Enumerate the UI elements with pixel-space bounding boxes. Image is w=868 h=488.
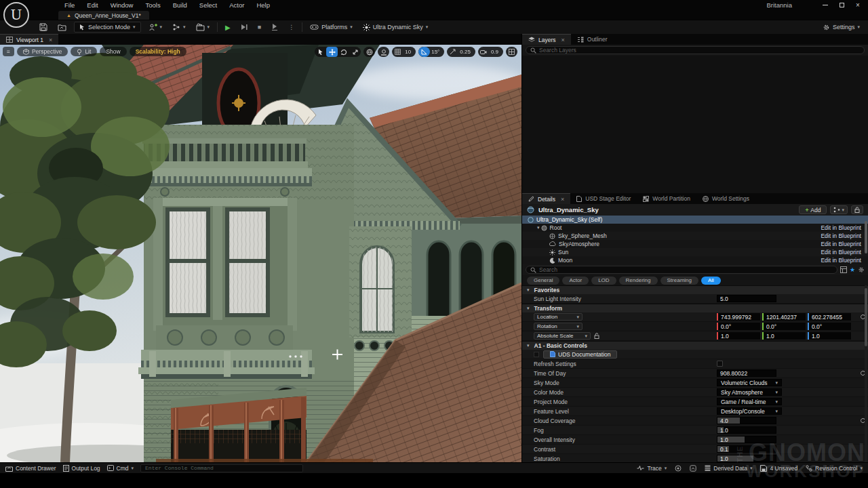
section-favorites[interactable]: ▾ Favorites — [522, 285, 868, 294]
location-x-input[interactable]: 743.999792 — [717, 313, 760, 321]
location-dropdown[interactable]: Location▾ — [534, 313, 583, 321]
unlock-icon[interactable] — [594, 333, 599, 339]
lock-button[interactable] — [851, 205, 863, 214]
contrast-slider[interactable]: 0.1 — [717, 445, 776, 453]
scale-x-input[interactable]: 1.0 — [717, 332, 760, 340]
filter-streaming[interactable]: Streaming — [660, 277, 698, 285]
tab-world-settings[interactable]: World Settings — [696, 193, 755, 204]
layers-search-input[interactable] — [526, 46, 865, 54]
filter-general[interactable]: General — [527, 277, 559, 285]
advance-frame-button[interactable] — [269, 23, 281, 31]
section-basic-controls[interactable]: ▾ A1 - Basic Controls — [522, 341, 868, 350]
edit-in-blueprint-link[interactable]: Edit in Blueprint — [821, 241, 861, 247]
time-of-day-input[interactable]: 908.80022 — [717, 369, 776, 377]
rotation-z-input[interactable]: 0.0° — [808, 323, 851, 330]
color-mode-dropdown[interactable]: Sky Atmosphere▾ — [717, 388, 782, 396]
viewport-canvas[interactable]: ≡ Perspective Lit Show Scalability: High — [0, 45, 521, 462]
stop-button[interactable]: ■ — [255, 23, 264, 31]
add-component-button[interactable]: + Add — [799, 205, 827, 214]
grid-snap-control[interactable]: 10 — [392, 47, 416, 57]
refresh-settings-checkbox[interactable] — [717, 361, 723, 367]
add-actor-button[interactable]: ▾ — [146, 22, 165, 32]
rotation-snap-control[interactable]: 15° — [418, 47, 444, 57]
cloud-coverage-slider[interactable]: 4.0 — [717, 417, 776, 424]
rotation-dropdown[interactable]: Rotation▾ — [534, 323, 583, 330]
tree-row-sky-sphere-mesh[interactable]: Sky_Sphere_Mesh Edit in Blueprint — [522, 232, 868, 240]
derived-data-dropdown[interactable]: Derived Data ▾ — [705, 465, 752, 472]
menu-tools[interactable]: Tools — [139, 1, 166, 9]
feature-level-dropdown[interactable]: Desktop/Console▾ — [717, 407, 782, 415]
expand-arrow-icon[interactable]: ▾ — [537, 225, 540, 230]
edit-in-blueprint-link[interactable]: Edit in Blueprint — [821, 232, 861, 239]
cmd-dropdown[interactable]: Cmd ▾ — [107, 465, 134, 472]
display-options-icon[interactable] — [840, 266, 847, 273]
saturation-slider[interactable]: 1.0 — [717, 455, 776, 462]
menu-actor[interactable]: Actor — [223, 1, 250, 9]
tab-layers[interactable]: Layers × — [522, 34, 571, 45]
sun-light-intensity-input[interactable]: 5.0 — [717, 295, 776, 302]
tree-row-root[interactable]: ▾ Root Edit in Blueprint — [522, 224, 868, 232]
status-icon-b[interactable] — [690, 465, 696, 472]
location-y-input[interactable]: 1201.40237 — [762, 313, 806, 321]
perspective-dropdown[interactable]: Perspective — [17, 47, 68, 56]
unsaved-indicator[interactable]: 4 Unsaved — [760, 465, 797, 472]
close-icon[interactable]: × — [561, 196, 564, 203]
close-button[interactable]: × — [854, 2, 861, 9]
viewport-tab[interactable]: Viewport 1 × — [0, 34, 58, 45]
surface-snap-icon[interactable] — [378, 47, 389, 57]
console-command-input[interactable] — [140, 464, 303, 472]
cinematics-button[interactable]: ▾ — [193, 22, 213, 32]
tree-row-sky-atmosphere[interactable]: SkyAtmosphere Edit in Blueprint — [522, 240, 868, 248]
edit-in-blueprint-link[interactable]: Edit in Blueprint — [821, 257, 861, 264]
menu-edit[interactable]: Edit — [81, 1, 104, 9]
play-button[interactable]: ▶ — [222, 23, 233, 32]
asset-tab-queen-anne-house[interactable]: ▲ Queen_Anne_House_V1* — [58, 11, 149, 20]
menu-select[interactable]: Select — [193, 1, 223, 9]
edit-in-blueprint-link[interactable]: Edit in Blueprint — [821, 224, 861, 231]
details-search-input[interactable] — [526, 266, 837, 274]
revision-control-dropdown[interactable]: Revision Control ▾ — [806, 465, 863, 472]
minimize-button[interactable] — [822, 2, 829, 9]
tab-world-partition[interactable]: World Partition — [637, 193, 696, 204]
rotation-x-input[interactable]: 0.0° — [717, 323, 760, 330]
details-settings-icon[interactable] — [858, 266, 865, 273]
menu-build[interactable]: Build — [167, 1, 193, 9]
tab-outliner[interactable]: Outliner — [571, 34, 614, 45]
sky-mode-dropdown[interactable]: Volumetric Clouds▾ — [717, 379, 782, 386]
filter-all[interactable]: All — [701, 277, 721, 285]
edit-in-blueprint-link[interactable]: Edit in Blueprint — [821, 249, 861, 256]
filter-actor[interactable]: Actor — [562, 277, 589, 285]
scale-z-input[interactable]: 1.0 — [808, 332, 851, 340]
menu-help[interactable]: Help — [250, 1, 276, 9]
scale-tool-icon[interactable] — [349, 47, 361, 57]
section-transform[interactable]: ▾ Transform — [522, 304, 868, 312]
scale-y-input[interactable]: 1.0 — [762, 332, 806, 340]
menu-file[interactable]: File — [58, 1, 81, 9]
favorites-star-icon[interactable]: ★ — [850, 266, 855, 273]
move-tool-icon[interactable] — [326, 47, 338, 57]
tree-scrollbar[interactable] — [865, 221, 867, 253]
maximize-button[interactable] — [838, 2, 845, 9]
properties-scrollbar[interactable] — [865, 288, 867, 346]
overall-intensity-slider[interactable]: 1.0 — [717, 436, 776, 443]
filter-rendering[interactable]: Rendering — [619, 277, 658, 285]
content-browser-icon[interactable] — [55, 22, 69, 32]
content-drawer-button[interactable]: Content Drawer — [5, 465, 56, 472]
show-dropdown[interactable]: Show — [100, 47, 126, 56]
skip-button[interactable] — [238, 23, 250, 31]
close-icon[interactable]: × — [561, 37, 565, 43]
filter-lod[interactable]: LOD — [591, 277, 616, 285]
scale-dropdown[interactable]: Absolute Scale▾ — [534, 332, 591, 340]
tab-usd-stage-editor[interactable]: USD Stage Editor — [570, 193, 637, 204]
scale-snap-control[interactable]: 0.25 — [447, 47, 475, 57]
lit-dropdown[interactable]: Lit — [71, 47, 97, 56]
tree-row-self[interactable]: Ultra_Dynamic_Sky (Self) — [522, 216, 868, 224]
menu-window[interactable]: Window — [104, 1, 140, 9]
blueprints-button[interactable]: ▾ — [170, 22, 189, 32]
trace-dropdown[interactable]: Trace ▾ — [637, 465, 667, 472]
save-icon[interactable] — [37, 22, 50, 32]
status-icon-a[interactable] — [675, 465, 682, 472]
settings-dropdown[interactable]: Settings ▾ — [820, 23, 863, 32]
layers-list-empty[interactable] — [522, 56, 868, 193]
uds-documentation-button[interactable]: UDS Documentation — [543, 350, 617, 359]
